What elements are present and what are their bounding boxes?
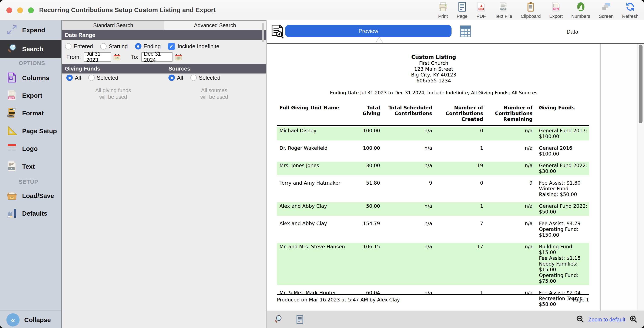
cell-created: 0 — [432, 128, 483, 139]
radio-starting[interactable] — [100, 43, 106, 49]
sidebar: Expand Search OPTIONS Columns CSV Export… — [0, 20, 62, 328]
cell-created: 19 — [432, 163, 483, 174]
sidebar-item-search[interactable]: Search — [0, 40, 61, 58]
tab-data[interactable]: Data — [501, 20, 644, 43]
cell-funds: Building Fund: $15.00Fee Assist: $1.15Ne… — [532, 244, 589, 284]
fund-line: General Fund 2022: $50.00 — [539, 203, 589, 215]
cell-funds: Fee Assist: $1.80Winter Fund Raising: $5… — [532, 180, 589, 197]
cell-total-giving: 50.00 — [349, 203, 380, 215]
sidebar-item-export[interactable]: CSV Export — [0, 87, 61, 104]
magnifier-icon[interactable] — [273, 315, 283, 325]
to-calendar-icon[interactable] — [174, 53, 182, 61]
cell-total-giving: 106.15 — [349, 244, 380, 284]
toolbar-label: Export — [549, 13, 563, 19]
search-icon — [0, 43, 18, 55]
pdf-button[interactable]: PDF PDF — [476, 2, 486, 19]
cell-total-scheduled: 9 — [380, 180, 432, 197]
zoom-out-icon[interactable] — [576, 315, 585, 324]
toolbar-label: Print — [438, 13, 448, 19]
cell-name: Mrs. Jones Jones — [277, 163, 349, 174]
svg-text:CSV: CSV — [9, 97, 14, 99]
giving-funds-all-radio[interactable] — [66, 75, 73, 81]
sources-selected-radio[interactable] — [190, 75, 197, 81]
toolbar-label: Numbers — [571, 13, 590, 19]
text-file-button[interactable]: TXT Text File — [495, 2, 512, 19]
minimize-window-button[interactable] — [17, 7, 23, 13]
preview-scrollbar-track[interactable] — [637, 44, 644, 311]
table-top-rule — [277, 125, 589, 126]
page-button[interactable]: Page — [457, 2, 468, 19]
from-calendar-icon[interactable] — [113, 53, 121, 61]
print-button[interactable]: Print — [438, 2, 448, 19]
cell-name: Mr. and Mrs. Steve Hansen — [277, 244, 349, 284]
refresh-button[interactable]: Refresh — [622, 2, 638, 19]
sidebar-item-label: Expand — [22, 26, 45, 34]
cell-name: Terry and Amy Hatmaker — [277, 180, 349, 197]
document-icon[interactable] — [295, 315, 305, 325]
radio-ending[interactable] — [135, 43, 142, 49]
sidebar-item-defaults[interactable]: Defaults — [0, 205, 61, 222]
fund-line: General Fund 2022: $30.00 — [539, 163, 589, 174]
expand-icon — [0, 24, 18, 36]
include-indefinite-checkbox[interactable]: ✓ — [168, 43, 175, 50]
clipboard-icon — [526, 2, 536, 13]
cell-total-scheduled: n/a — [380, 221, 432, 238]
pdf-icon: PDF — [476, 2, 486, 13]
zoom-to-default-link[interactable]: Zoom to default — [588, 317, 625, 323]
cell-remaining: n/a — [483, 203, 532, 215]
sidebar-item-page-setup[interactable]: Page Setup — [0, 123, 61, 140]
txt-file-icon: TXT — [0, 161, 18, 172]
clipboard-button[interactable]: Clipboard — [521, 2, 541, 19]
cell-name: Michael Disney — [277, 128, 349, 139]
zoom-in-icon[interactable] — [629, 315, 638, 324]
to-date-input[interactable]: Dec 31 2024 — [142, 52, 172, 62]
report-header: Custom Listing First Church 123 Main Str… — [267, 54, 600, 84]
search-panel: Standard Search Advanced Search Date Ran… — [62, 20, 266, 328]
report-title: Custom Listing — [267, 54, 600, 60]
numbers-button[interactable]: Numbers — [571, 2, 590, 19]
report-page-number: Page 1 — [572, 297, 589, 303]
radio-ending-label: Ending — [144, 43, 161, 50]
sidebar-item-label: Format — [22, 110, 44, 117]
traffic-lights — [6, 7, 34, 13]
cell-total-giving: 51.80 — [349, 180, 380, 197]
include-indefinite-label: Include Indefinite — [178, 43, 220, 50]
tab-preview[interactable]: Preview — [285, 25, 452, 37]
cell-remaining: 9 — [483, 180, 532, 197]
toolbar-label: Refresh — [622, 13, 638, 19]
sidebar-item-logo[interactable]: Logo — [0, 140, 61, 157]
toolbar-label: Screen — [599, 13, 614, 19]
cell-remaining: n/a — [483, 145, 532, 157]
cell-remaining: n/a — [483, 221, 532, 238]
sources-all-label: All — [177, 75, 183, 81]
sidebar-item-label: Logo — [22, 145, 38, 152]
toolbar-label: PDF — [476, 13, 486, 19]
radio-entered[interactable] — [65, 43, 72, 49]
fund-line: Fee Assist: $1.80 — [539, 180, 589, 186]
tab-standard-search[interactable]: Standard Search — [62, 20, 164, 30]
zoom-window-button[interactable] — [28, 7, 34, 13]
from-date-input[interactable]: Jul 31 2023 — [84, 52, 111, 62]
cell-total-scheduled: n/a — [380, 203, 432, 215]
sidebar-item-expand[interactable]: Expand — [0, 20, 61, 40]
page-icon — [457, 2, 467, 13]
sidebar-item-collapse[interactable]: « Collapse — [0, 312, 61, 328]
cell-created: 17 — [432, 244, 483, 284]
preview-scrollbar-thumb[interactable] — [639, 45, 642, 123]
table-row: Mr. and Mrs. Steve Hansen 106.15 n/a 17 … — [277, 243, 589, 285]
search-panel-scrollbar[interactable] — [262, 23, 264, 42]
screen-button[interactable]: Screen — [599, 2, 614, 19]
giving-funds-selected-radio[interactable] — [88, 75, 95, 81]
cell-created: 7 — [432, 221, 483, 238]
close-window-button[interactable] — [6, 7, 12, 13]
sidebar-item-text[interactable]: TXT Text — [0, 158, 61, 175]
tab-advanced-search[interactable]: Advanced Search — [164, 20, 266, 30]
export-button[interactable]: CSV Export — [549, 2, 563, 19]
sidebar-item-columns[interactable]: Columns — [0, 69, 61, 86]
sidebar-setup-header: SETUP — [19, 179, 38, 185]
sidebar-item-format[interactable]: Format — [0, 105, 61, 122]
collapse-icon: « — [6, 313, 20, 327]
sidebar-item-load-save[interactable]: Load/Save — [0, 187, 61, 204]
sources-all-radio[interactable] — [168, 75, 175, 81]
app-window: Recurring Contributions Setup Custom Lis… — [0, 0, 644, 328]
